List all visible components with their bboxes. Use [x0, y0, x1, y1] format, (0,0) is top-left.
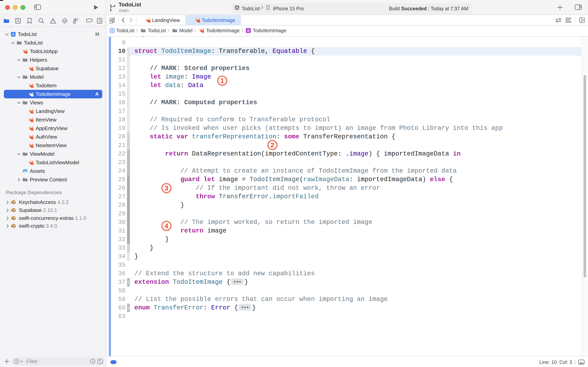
svg-text:2: 2: [270, 141, 274, 149]
svg-text:1: 1: [220, 77, 224, 84]
svg-text:3: 3: [165, 184, 168, 192]
svg-text:S: S: [247, 29, 250, 33]
svg-text:4: 4: [165, 222, 168, 230]
